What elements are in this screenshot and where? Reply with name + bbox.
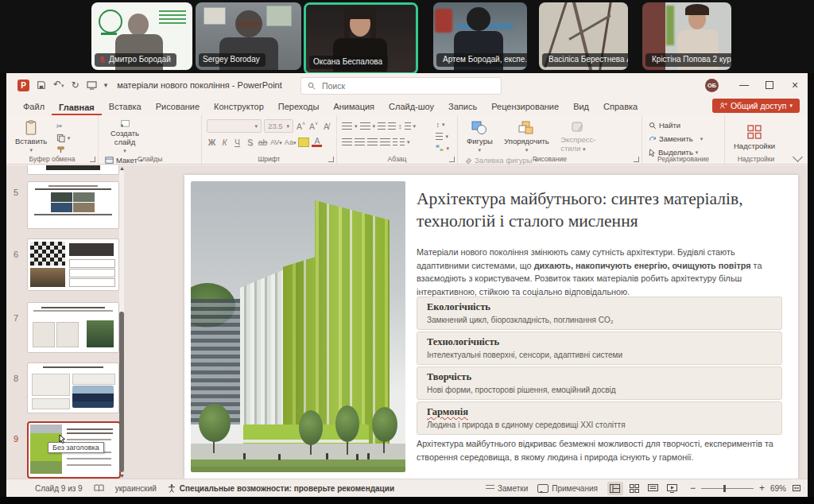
undo-icon[interactable]: ↶▾ bbox=[53, 79, 64, 91]
language-indicator[interactable]: украинский bbox=[115, 484, 157, 493]
tab-record[interactable]: Запись bbox=[441, 99, 484, 115]
card-technology[interactable]: Технологічність Інтелектуальні поверхні,… bbox=[417, 331, 782, 365]
italic-button[interactable]: К bbox=[219, 138, 230, 147]
participant-tile[interactable]: Артем Бородай, експе... bbox=[433, 2, 527, 70]
slide-thumbnail-6[interactable] bbox=[27, 238, 119, 291]
participant-tile[interactable]: Sergey Boroday bbox=[196, 2, 301, 70]
comments-button[interactable]: Примечания bbox=[537, 484, 598, 493]
slide-thumbnail-8[interactable] bbox=[27, 362, 119, 413]
tab-view[interactable]: Вид bbox=[566, 99, 596, 115]
tab-animations[interactable]: Анимация bbox=[326, 99, 382, 115]
tab-design[interactable]: Конструктор bbox=[207, 99, 271, 115]
strikethrough-button[interactable]: ab bbox=[258, 138, 268, 147]
customize-qat-icon[interactable]: ▾ bbox=[104, 80, 108, 90]
text-direction-button[interactable]: ↕▾ bbox=[436, 119, 449, 130]
slide-sorter-view-button[interactable] bbox=[626, 482, 642, 495]
columns-button[interactable]: ▾ bbox=[393, 137, 410, 147]
font-name-combo[interactable]: ▾ bbox=[207, 119, 262, 133]
new-slide-button[interactable]: Создать слайд▾ bbox=[103, 119, 146, 154]
drawing-dialog-launcher[interactable] bbox=[634, 157, 639, 162]
align-right-button[interactable] bbox=[367, 137, 378, 147]
format-painter-button[interactable] bbox=[56, 145, 71, 155]
tab-file[interactable]: Файл bbox=[16, 99, 52, 115]
decrease-indent-button[interactable] bbox=[378, 121, 386, 131]
powerpoint-logo-icon[interactable]: P bbox=[17, 79, 29, 91]
slide-thumbnail-4-partial[interactable] bbox=[27, 165, 119, 175]
participant-tile[interactable]: Дмитро Бородай bbox=[91, 2, 192, 70]
reading-view-button[interactable] bbox=[645, 482, 661, 495]
highlight-color-button[interactable] bbox=[298, 138, 309, 147]
fit-to-window-icon[interactable] bbox=[792, 483, 801, 493]
save-icon[interactable] bbox=[37, 80, 46, 90]
slide-intro-text[interactable]: Матеріали нового покоління змінюють саму… bbox=[417, 246, 776, 299]
clipboard-dialog-launcher[interactable] bbox=[90, 157, 95, 162]
zoom-slider[interactable] bbox=[701, 488, 754, 489]
arrange-button[interactable]: Упорядочить▾ bbox=[500, 119, 553, 154]
bullets-button[interactable]: ▾ bbox=[342, 121, 358, 131]
slideshow-view-button[interactable] bbox=[665, 482, 680, 495]
start-slideshow-icon[interactable] bbox=[87, 81, 97, 90]
increase-indent-button[interactable] bbox=[388, 121, 396, 131]
align-center-button[interactable] bbox=[355, 137, 365, 147]
slide-thumbnail-5[interactable] bbox=[27, 181, 119, 229]
participant-tile-active-speaker[interactable]: Оксана Беспалова bbox=[304, 2, 418, 75]
redo-icon[interactable]: ↻ bbox=[72, 80, 79, 90]
justify-button[interactable] bbox=[380, 137, 390, 147]
notes-button[interactable]: Заметки bbox=[486, 484, 528, 493]
user-avatar[interactable]: ОБ bbox=[705, 79, 719, 92]
slide-title[interactable]: Архітектура майбутнього: синтез матеріал… bbox=[417, 188, 784, 233]
collapse-ribbon-chevron-icon[interactable] bbox=[793, 152, 803, 162]
paste-button[interactable]: Вставить▾ bbox=[11, 119, 51, 154]
building-image[interactable] bbox=[191, 181, 405, 472]
quick-styles-button[interactable]: Экспресс-стили ▾ bbox=[556, 119, 599, 154]
character-spacing-button[interactable]: AV▾ bbox=[270, 138, 282, 146]
line-spacing-button[interactable]: ↕▾ bbox=[398, 121, 416, 131]
slide-thumbnail-7[interactable] bbox=[27, 302, 119, 353]
align-left-button[interactable] bbox=[342, 137, 352, 147]
tab-review[interactable]: Рецензирование bbox=[484, 99, 566, 115]
bold-button[interactable]: Ж bbox=[207, 138, 217, 147]
scroll-down-icon[interactable]: ▼ bbox=[119, 473, 125, 479]
change-case-button[interactable]: Аа▾ bbox=[285, 138, 297, 146]
tab-slideshow[interactable]: Слайд-шоу bbox=[382, 99, 441, 115]
paragraph-dialog-launcher[interactable] bbox=[449, 157, 455, 162]
slide-outro-text[interactable]: Архітектура майбутнього відкриває безмеж… bbox=[417, 437, 776, 463]
card-harmony[interactable]: Гармонія Людина і природа в єдиному сере… bbox=[417, 401, 782, 435]
zoom-in-button[interactable]: + bbox=[759, 483, 765, 494]
zoom-slider-thumb[interactable] bbox=[723, 485, 726, 492]
normal-view-button[interactable] bbox=[607, 482, 623, 495]
addins-button[interactable]: Надстройки bbox=[730, 119, 779, 154]
search-input[interactable] bbox=[320, 80, 467, 91]
tab-insert[interactable]: Вставка bbox=[102, 99, 149, 115]
underline-button[interactable]: Ч bbox=[232, 138, 242, 147]
align-text-button[interactable]: ▾ bbox=[436, 131, 449, 142]
thumbnail-scrollbar-thumb[interactable] bbox=[119, 312, 124, 472]
font-color-button[interactable]: A bbox=[312, 137, 322, 147]
decrease-font-icon[interactable]: A˅ bbox=[308, 121, 319, 131]
replace-button[interactable]: Заменить▾ bbox=[649, 134, 703, 144]
minimize-button[interactable]: — bbox=[731, 73, 757, 97]
search-box[interactable] bbox=[300, 77, 502, 95]
font-dialog-launcher[interactable] bbox=[328, 157, 334, 162]
find-button[interactable]: Найти bbox=[649, 120, 703, 130]
tab-home[interactable]: Главная bbox=[52, 100, 102, 116]
increase-font-icon[interactable]: A˄ bbox=[296, 121, 306, 131]
participant-tile[interactable]: Крістіна Попова 2 кур... bbox=[642, 2, 731, 70]
scroll-up-icon[interactable]: ▲ bbox=[119, 165, 125, 171]
text-shadow-button[interactable]: S bbox=[245, 138, 255, 147]
tab-help[interactable]: Справка bbox=[596, 99, 645, 115]
copy-button[interactable]: ▾ bbox=[56, 133, 71, 143]
zoom-out-button[interactable]: − bbox=[690, 483, 696, 494]
convert-smartart-button[interactable]: ▾ bbox=[436, 143, 449, 153]
cut-button[interactable]: ✂ bbox=[56, 121, 71, 131]
spellcheck-book-icon[interactable] bbox=[94, 484, 104, 492]
close-button[interactable]: × bbox=[782, 73, 808, 97]
slide-canvas[interactable]: Архітектура майбутнього: синтез матеріал… bbox=[184, 175, 798, 479]
thumbnail-scrollbar[interactable] bbox=[119, 170, 124, 472]
card-ecology[interactable]: Екологічність Замкнений цикл, біорозклад… bbox=[417, 297, 782, 330]
restore-button[interactable] bbox=[757, 73, 782, 97]
shapes-button[interactable]: Фигуры▾ bbox=[463, 119, 497, 154]
accessibility-checker[interactable]: Специальные возможности: проверьте реком… bbox=[168, 484, 394, 493]
share-button[interactable]: Общий доступ ▾ bbox=[712, 99, 800, 113]
font-size-combo[interactable]: 23.5▾ bbox=[264, 119, 293, 133]
